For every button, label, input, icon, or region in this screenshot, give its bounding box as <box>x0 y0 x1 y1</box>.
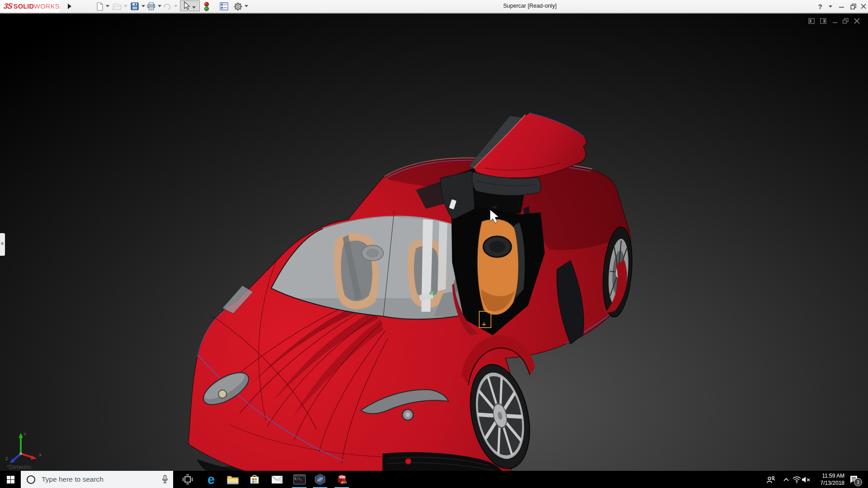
windows-logo-icon <box>7 476 14 483</box>
view-orientation-label: *Dimetric <box>7 464 32 470</box>
save-dropdown[interactable] <box>142 5 145 7</box>
triad-z-label: Z <box>5 456 8 461</box>
options-dropdown[interactable] <box>245 5 248 7</box>
rebuild-traffic-light-icon <box>203 2 210 11</box>
ds-logo-mark: 3S <box>3 2 13 11</box>
print-dropdown[interactable] <box>158 5 161 7</box>
people-icon <box>766 476 775 483</box>
taskbar-composer[interactable] <box>310 471 330 488</box>
taskbar-command-prompt[interactable]: C:\_ <box>289 471 309 488</box>
composer-hexagon-icon <box>314 474 326 485</box>
notification-badge: 3 <box>854 478 862 486</box>
clock-date: 7/13/2018 <box>808 479 844 487</box>
document-title: Supercar [Read-only] <box>503 3 557 9</box>
restore-button[interactable] <box>848 0 859 13</box>
help-button[interactable]: ? <box>815 0 826 13</box>
brand-solid: SOLID <box>14 3 34 10</box>
file-properties-button[interactable] <box>219 1 229 11</box>
solidworks-logo: 3S SOLIDWORKS <box>0 0 60 13</box>
search-input[interactable]: Type here to search <box>21 471 173 488</box>
command-prompt-icon: C:\_ <box>293 474 306 484</box>
select-tool-button[interactable] <box>180 0 200 11</box>
3d-viewport[interactable]: Y X Z *Dimetric <box>0 13 868 471</box>
brand-works: WORKS <box>34 3 60 10</box>
triad-y-label: Y <box>24 432 26 436</box>
new-document-icon <box>96 2 104 11</box>
sw-letters: SW <box>339 475 346 479</box>
start-button[interactable] <box>0 471 21 488</box>
taskbar-mail[interactable] <box>267 471 287 488</box>
title-bar: 3S SOLIDWORKS <box>0 0 868 13</box>
save-button[interactable] <box>130 1 140 11</box>
task-view-icon <box>183 474 193 484</box>
options-gear-icon <box>234 2 242 11</box>
file-explorer-icon <box>227 474 239 484</box>
taskbar-file-explorer[interactable] <box>223 471 243 488</box>
chevron-up-icon <box>783 477 789 482</box>
orientation-triad[interactable]: Y X Z <box>4 424 53 465</box>
save-floppy-icon <box>131 2 139 10</box>
select-dropdown[interactable] <box>192 6 196 9</box>
taskbar-store[interactable] <box>245 471 264 488</box>
undo-arrow-icon <box>162 3 171 10</box>
new-document-button[interactable] <box>95 1 105 11</box>
open-dropdown[interactable] <box>124 5 127 7</box>
cortana-icon <box>27 475 35 484</box>
help-dropdown[interactable] <box>827 0 834 13</box>
store-icon <box>249 474 260 485</box>
triad-x-label: X <box>39 453 42 457</box>
wifi-icon <box>793 476 801 483</box>
command-prompt-glyph: C:\_ <box>295 477 302 481</box>
toolbar-expand-arrow[interactable] <box>63 0 77 13</box>
open-button[interactable] <box>112 1 122 11</box>
edge-icon: e <box>208 473 215 486</box>
open-folder-icon <box>113 2 122 10</box>
solidworks-app-window: 3S SOLIDWORKS <box>0 0 868 488</box>
undo-dropdown[interactable] <box>174 5 178 7</box>
file-properties-icon <box>220 2 228 10</box>
taskbar-edge[interactable]: e <box>201 471 221 488</box>
minimize-button[interactable] <box>836 0 847 13</box>
clock-time: 11:59 AM <box>808 472 844 479</box>
windows-taskbar: Type here to search e <box>0 471 868 488</box>
sw-year: 2017 <box>341 481 347 484</box>
search-placeholder: Type here to search <box>42 475 104 483</box>
print-button[interactable] <box>146 1 156 11</box>
mail-icon <box>271 475 283 484</box>
undo-button[interactable] <box>162 1 172 11</box>
supercar-model[interactable] <box>0 13 868 471</box>
task-view-button[interactable] <box>178 471 198 488</box>
options-button[interactable] <box>233 1 243 11</box>
tray-overflow-button[interactable] <box>781 471 791 488</box>
taskbar-clock[interactable]: 11:59 AM 7/13/2018 <box>808 472 844 487</box>
close-icon <box>861 4 866 9</box>
microphone-icon[interactable] <box>161 475 169 484</box>
close-button[interactable] <box>859 0 868 13</box>
new-dropdown[interactable] <box>106 5 109 7</box>
minimize-icon <box>839 4 844 9</box>
select-cursor-icon <box>182 1 190 10</box>
restore-icon <box>850 4 857 9</box>
rebuild-button[interactable] <box>202 1 212 11</box>
print-icon <box>147 2 156 10</box>
taskbar-solidworks-2017[interactable]: SW 2017 <box>332 471 352 488</box>
solidworks-2017-icon: SW 2017 <box>336 474 348 485</box>
people-button[interactable] <box>764 471 778 488</box>
